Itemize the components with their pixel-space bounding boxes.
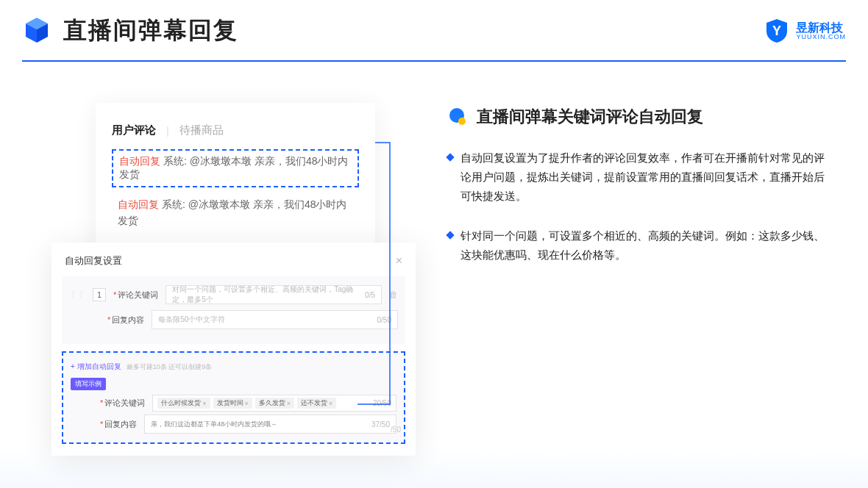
- row-index: 1: [93, 288, 106, 301]
- input-placeholder: 对同一个问题，可设置多个相近、高频的关键词，Tag确定，最多5个: [172, 284, 365, 305]
- remove-tag-icon: ×: [245, 400, 249, 407]
- tag-chip[interactable]: 什么时候发货×: [157, 398, 210, 409]
- comment-row: 自动回复系统: @冰墩墩本墩 亲亲，我们48小时内发货: [112, 192, 359, 234]
- tag-chip[interactable]: 还不发货×: [297, 398, 336, 409]
- tag-chip[interactable]: 发货时间×: [213, 398, 252, 409]
- diamond-icon: [446, 232, 454, 240]
- svg-text:Y: Y: [772, 24, 781, 38]
- form-area: ⋮⋮ 1 *评论关键词 对同一个问题，可设置多个相近、高频的关键词，Tag确定，…: [62, 276, 405, 344]
- remove-tag-icon: ×: [287, 400, 291, 407]
- tab-divider: |: [166, 124, 169, 137]
- outer-char-count: /50: [391, 426, 401, 434]
- char-count: 0/5: [365, 291, 375, 299]
- auto-reply-tag: 自动回复: [119, 155, 160, 167]
- settings-card: 自动回复设置 × ⋮⋮ 1 *评论关键词 对同一个问题，可设置多个相近、高频的关…: [51, 243, 416, 456]
- auto-reply-tag: 自动回复: [118, 198, 159, 210]
- content-row: *回复内容 每条限50个中文字符 0/50: [69, 310, 398, 329]
- bullet-text: 针对同一个问题，可设置多个相近的、高频的关键词。例如：这款多少钱、这块能优惠吗、…: [460, 226, 830, 265]
- keyword-input[interactable]: 对同一个问题，可设置多个相近、高频的关键词，Tag确定，最多5个 0/5: [166, 285, 382, 304]
- remove-tag-icon: ×: [329, 400, 332, 407]
- title-wrap: 直播间弹幕回复: [22, 15, 238, 47]
- example-keyword-row: *评论关键词 什么时候发货× 发货时间× 多久发货× 还不发货× 20/50: [71, 395, 396, 412]
- chat-bubble-icon: [447, 107, 468, 127]
- example-keyword-label: *评论关键词: [100, 398, 145, 409]
- section-title-text: 直播间弹幕关键词评论自动回复: [477, 106, 703, 128]
- cube-icon: [22, 16, 51, 46]
- brand-text: 昱新科技 YUUXIN.COM: [796, 22, 846, 40]
- settings-header: 自动回复设置 ×: [62, 251, 405, 276]
- bullet-text: 自动回复设置为了提升作者的评论回复效率，作者可在开播前针对常见的评论用户问题，提…: [460, 148, 830, 206]
- content-input[interactable]: 每条限50个中文字符 0/50: [152, 310, 398, 329]
- char-count: 0/50: [377, 316, 391, 324]
- trash-icon[interactable]: 🗑: [389, 290, 398, 300]
- bullet-item: 自动回复设置为了提升作者的评论回复效率，作者可在开播前针对常见的评论用户问题，提…: [447, 148, 830, 206]
- brand-shield-icon: Y: [764, 18, 790, 44]
- diamond-icon: [446, 153, 454, 161]
- keyword-label: *评论关键词: [113, 290, 158, 301]
- keyword-row: ⋮⋮ 1 *评论关键词 对同一个问题，可设置多个相近、高频的关键词，Tag确定，…: [69, 285, 398, 304]
- example-box: + 增加自动回复 最多可建10条 还可以创建9条 填写示例 *评论关键词 什么时…: [62, 351, 405, 444]
- brand-name-en: YUUXIN.COM: [796, 34, 846, 40]
- right-column: 直播间弹幕关键词评论自动回复 自动回复设置为了提升作者的评论回复效率，作者可在开…: [447, 106, 830, 285]
- drag-handle-icon[interactable]: ⋮⋮: [69, 290, 85, 300]
- char-count: 37/50: [371, 420, 390, 428]
- svg-point-5: [458, 118, 466, 125]
- example-content-input[interactable]: 亲，我们这边都是下单48小时内发货的哦～ 37/50: [144, 415, 396, 434]
- settings-title: 自动回复设置: [65, 254, 122, 268]
- add-hint: 最多可建10条 还可以创建9条: [127, 363, 213, 370]
- remove-tag-icon: ×: [202, 400, 206, 407]
- example-keyword-input[interactable]: 什么时候发货× 发货时间× 多久发货× 还不发货× 20/50: [152, 395, 396, 412]
- comment-row-highlighted: 自动回复系统: @冰墩墩本墩 亲亲，我们48小时内发货: [112, 149, 359, 187]
- header-underline: [22, 60, 846, 62]
- brand-name-zh: 昱新科技: [796, 22, 846, 34]
- section-title-row: 直播间弹幕关键词评论自动回复: [447, 106, 830, 128]
- example-content-label: *回复内容: [100, 419, 137, 430]
- char-count: 20/50: [373, 399, 391, 407]
- example-content-value: 亲，我们这边都是下单48小时内发货的哦～: [151, 420, 277, 429]
- tab-pending-products[interactable]: 待播商品: [179, 123, 224, 137]
- tab-user-comments[interactable]: 用户评论: [112, 123, 156, 137]
- bullet-item: 针对同一个问题，可设置多个相近的、高频的关键词。例如：这款多少钱、这块能优惠吗、…: [447, 226, 830, 265]
- input-placeholder: 每条限50个中文字符: [158, 315, 225, 325]
- comment-tabs: 用户评论 | 待播商品: [112, 123, 359, 137]
- add-auto-reply-link[interactable]: + 增加自动回复: [71, 362, 121, 370]
- example-badge: 填写示例: [71, 378, 106, 390]
- slide-header: 直播间弹幕回复 Y 昱新科技 YUUXIN.COM: [22, 15, 846, 47]
- content-area: 用户评论 | 待播商品 自动回复系统: @冰墩墩本墩 亲亲，我们48小时内发货 …: [0, 73, 868, 488]
- close-icon[interactable]: ×: [396, 254, 402, 268]
- tag-chip[interactable]: 多久发货×: [255, 398, 294, 409]
- brand-logo: Y 昱新科技 YUUXIN.COM: [764, 18, 846, 44]
- content-label: *回复内容: [107, 315, 144, 326]
- example-content-row: *回复内容 亲，我们这边都是下单48小时内发货的哦～ 37/50: [71, 415, 396, 434]
- slide-title: 直播间弹幕回复: [63, 15, 238, 47]
